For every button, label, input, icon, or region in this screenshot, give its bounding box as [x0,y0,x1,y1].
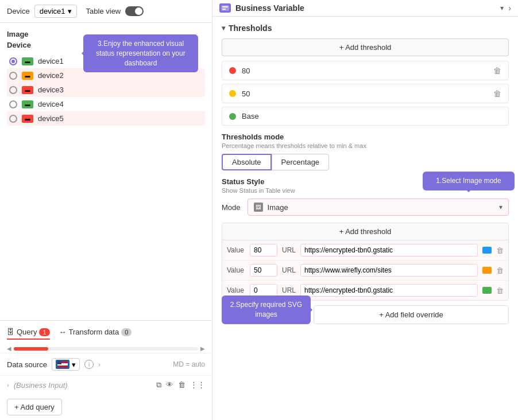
bottom-area: 2.Specify required SVG images + Add fiel… [222,305,509,324]
url-input-50[interactable] [300,264,478,277]
value-rows-section: + Add threshold Value URL 🗑 Value URL [222,223,509,301]
header-chevron-icon[interactable]: ▾ [500,4,504,12]
add-field-override-button[interactable]: + Add field override [314,305,509,324]
tooltip-step2: 2.Specify required SVG images [222,295,311,324]
value-delete-icon[interactable]: 🗑 [496,286,504,295]
table-view-toggle[interactable] [125,6,144,16]
svg-rect-6 [222,9,226,10]
device3-icon: ▬ [22,86,33,94]
data-source-label: Data source [7,360,47,369]
scroll-right-icon[interactable]: ▶ [198,345,207,352]
mode-row: Mode 🖼 Image ▾ [222,199,509,216]
thresholds-section-header[interactable]: ▾ Thresholds [222,24,509,33]
tab-query[interactable]: 🗄 Query 1 [7,325,50,340]
url-label: URL [282,286,296,294]
thresholds-mode-section: Thresholds mode Percentage means thresho… [222,133,509,170]
device5-name: device5 [38,114,64,123]
delete-icon[interactable]: 🗑 [178,380,185,390]
expand-icon[interactable]: › [7,382,9,388]
info-icon[interactable]: i [84,360,94,369]
value-row-80: Value URL 🗑 [222,240,508,260]
add-query-button[interactable]: + Add query [7,399,62,415]
value-input-50[interactable] [250,264,277,277]
device-item[interactable]: ▬ device4 [7,97,205,111]
tab-transform[interactable]: ↔ Transform data 0 [59,325,132,339]
query-tabs: 🗄 Query 1 ↔ Transform data 0 [0,321,212,344]
business-input-row: › (Business Input) ⧉ 👁 🗑 ⋮⋮ [0,376,212,394]
copy-icon[interactable]: ⧉ [156,380,161,390]
device-item[interactable]: ▬ device3 [7,83,205,97]
svg-rect-4 [221,5,229,11]
data-source-select[interactable]: ▾ [52,358,80,371]
business-input-name: (Business Input) [14,381,68,390]
device-label: Device [7,7,30,15]
eye-icon[interactable]: 👁 [166,380,173,390]
value-delete-icon[interactable]: 🗑 [496,246,504,255]
threshold-value-base: Base [242,112,501,120]
url-label: URL [282,266,296,274]
absolute-button[interactable]: Absolute [222,154,272,170]
device2-name: device2 [38,71,64,80]
value-input-0[interactable] [250,284,277,297]
radio-device3 [9,86,17,94]
percentage-button[interactable]: Percentage [272,154,330,170]
device-select-value: device1 [40,7,65,15]
threshold-dot-green [229,113,236,120]
device4-icon: ▬ [22,100,33,108]
url-preview-icon-green [482,287,492,294]
scroll-left-icon[interactable]: ◀ [5,345,14,352]
device5-icon: ▬ [22,115,33,123]
radio-device1 [9,57,17,65]
query-icon: 🗄 [7,328,14,336]
threshold-row-yellow: 50 🗑 [222,84,509,103]
url-preview-icon-blue [482,247,492,254]
bottom-panel: 🗄 Query 1 ↔ Transform data 0 ◀ ▶ [0,320,212,420]
value-delete-icon[interactable]: 🗑 [496,266,504,275]
data-source-row: Data source ▾ i › MD = auto [0,353,212,376]
svg-rect-5 [222,6,228,7]
device1-icon: ▬ [22,57,33,65]
add-threshold-top-button[interactable]: + Add threshold [222,38,509,56]
drag-icon[interactable]: ⋮⋮ [190,380,205,390]
bv-icon [219,3,231,13]
thresholds-chevron-icon: ▾ [222,24,225,32]
url-input-80[interactable] [300,244,478,256]
scroll-track[interactable] [14,347,198,351]
mode-select[interactable]: 🖼 Image ▾ [248,199,509,216]
md-label: MD = auto [173,360,205,368]
ds-chevron-icon: ▾ [72,360,76,369]
radio-device2 [9,72,17,80]
radio-device4 [9,100,17,108]
tooltip-step1: 1.Select Image mode [423,172,515,190]
thresholds-mode-subtitle: Percentage means thresholds relative to … [222,142,509,149]
threshold-delete-icon[interactable]: 🗑 [493,66,501,75]
device-select[interactable]: device1 ▾ [34,5,77,18]
threshold-value-50: 50 [242,90,488,98]
right-content: ▾ Thresholds + Add threshold 80 🗑 50 🗑 B… [212,17,518,420]
mode-select-chevron-icon: ▾ [499,203,502,211]
url-label: URL [282,246,296,254]
thresholds-mode-title: Thresholds mode [222,133,509,141]
right-panel: Business Variable ▾ › ▾ Thresholds + Add… [212,0,518,420]
header-expand-icon[interactable]: › [508,3,511,13]
svg-rect-3 [57,361,61,364]
value-add-threshold-button[interactable]: + Add threshold [222,223,508,240]
device2-icon: ▬ [22,72,33,80]
left-panel: Device device1 ▾ Table view Image Device… [0,0,212,420]
threshold-delete-icon[interactable]: 🗑 [493,89,501,98]
scroll-thumb [14,347,48,351]
device-item[interactable]: ▬ device5 [7,111,205,126]
threshold-dot-red [229,67,236,74]
top-bar: Device device1 ▾ Table view [0,0,212,23]
tooltip-step3: 3.Enjoy the enhanced visual status repre… [83,34,198,72]
mode-label: Mode [222,203,241,212]
url-input-0[interactable] [300,284,478,297]
value-input-80[interactable] [250,244,277,256]
threshold-row-green: Base [222,107,509,126]
device-chevron-icon: ▾ [68,7,72,15]
threshold-dot-yellow [229,90,236,97]
thresholds-title: Thresholds [229,24,272,33]
arrow-right-icon[interactable]: › [98,361,100,368]
table-view-label: Table view [86,7,121,15]
status-style-section: Status Style Show Status in Table view M… [222,177,509,216]
